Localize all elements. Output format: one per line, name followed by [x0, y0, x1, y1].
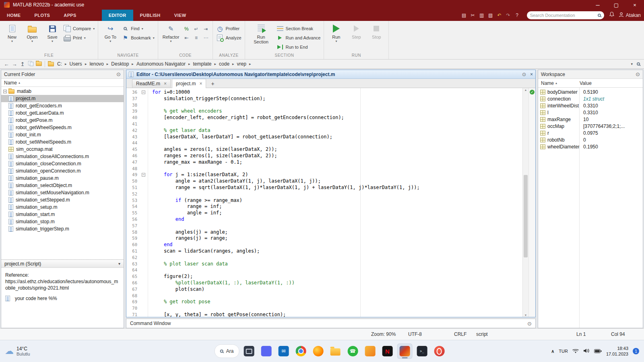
compare-button[interactable]: Compare▾ — [64, 25, 95, 32]
editor-scrollbar[interactable]: ▲ ▼ — [522, 88, 528, 317]
code-line[interactable]: 63 % plot laser scan data — [126, 261, 522, 267]
file-row[interactable]: simulation_openConnection.m — [1, 167, 124, 175]
file-row[interactable]: simulation_setStepped.m — [1, 196, 124, 204]
breadcrumb-item[interactable]: vrep — [236, 61, 247, 67]
volume-icon[interactable] — [583, 348, 590, 355]
code-line[interactable]: 46 ranges = zeros(1, size(laserDataX, 2)… — [126, 153, 522, 159]
code-line[interactable]: 41 — [126, 121, 522, 128]
run-and-advance-button[interactable]: Run and Advance — [277, 35, 321, 41]
file-row[interactable]: simulation_pause.m — [1, 175, 124, 182]
command-window-bar[interactable]: Command Window ⊙ — [126, 319, 536, 328]
weather-widget[interactable]: ☁ 14°C Bulutlu — [0, 346, 30, 356]
breadcrumb-item[interactable]: template — [192, 61, 212, 67]
breadcrumb-item[interactable]: Desktop — [110, 61, 130, 67]
ribbon-tab-plots[interactable]: PLOTS — [28, 10, 57, 21]
code-line[interactable]: 69 % get robot pose — [126, 299, 522, 305]
workspace-row[interactable]: robotNb0 — [538, 136, 643, 143]
battery-icon[interactable] — [594, 348, 602, 355]
ribbon-tab-publish[interactable]: PUBLISH — [133, 10, 167, 21]
file-row[interactable]: simulation_setup.m — [1, 204, 124, 211]
indent-right-icon[interactable]: ⇥ — [202, 26, 209, 32]
taskbar-app-netflix[interactable]: N — [380, 343, 395, 359]
run-button[interactable]: Run▾ — [327, 22, 345, 43]
file-row[interactable]: simulation_setMouseNavigation.m — [1, 189, 124, 196]
find-button[interactable]: Find▾ — [122, 25, 155, 32]
wifi-icon[interactable] — [572, 348, 579, 355]
code-line[interactable]: 51 range = sqrt(laserDataX(1, j)*laserDa… — [126, 185, 522, 191]
details-header[interactable]: project.m (Script) ▾ — [1, 259, 124, 268]
scroll-up-icon[interactable]: ▲ — [523, 88, 528, 91]
code-line[interactable]: 60 end — [126, 242, 522, 248]
wrap-icon[interactable]: ↵ — [192, 26, 200, 32]
workspace-row[interactable]: r0.0975 — [538, 130, 643, 136]
search-icon[interactable] — [598, 14, 601, 17]
tray-expand-icon[interactable]: ∧ — [551, 349, 554, 354]
new-folder-icon[interactable] — [35, 61, 43, 67]
taskbar-app-explorer[interactable] — [328, 343, 343, 359]
up-one-level-icon[interactable]: ↥ — [19, 61, 27, 67]
workspace-column-headers[interactable]: Name ▴ Value — [538, 79, 643, 88]
code-line[interactable]: 53 if (range >= range_max) — [126, 197, 522, 204]
search-folder-icon[interactable] — [637, 62, 640, 66]
file-row[interactable]: project.m — [1, 95, 124, 102]
run-section-button[interactable]: Run Section — [248, 22, 274, 44]
taskbar-app-opera[interactable] — [431, 343, 447, 359]
code-line[interactable]: 65 figure(2); — [126, 274, 522, 280]
help-icon[interactable]: ? — [513, 12, 521, 18]
code-line[interactable]: 40 [encoder_left, encoder_right] = robot… — [126, 115, 522, 121]
code-line[interactable]: 49− for j = 1:size(laserDataX, 2) — [126, 172, 522, 178]
editor-tab-project.m[interactable]: project.m× — [172, 79, 206, 88]
clock[interactable]: 18:43 17.01.2023 — [606, 346, 628, 357]
code-analyzer-ok-icon[interactable]: ✓ — [530, 90, 535, 95]
encoding[interactable]: UTF-8 — [408, 331, 422, 337]
code-line[interactable]: 56 end — [126, 216, 522, 223]
workspace-row[interactable]: maxRange10 — [538, 116, 643, 123]
breadcrumb-item[interactable]: lenovo — [89, 61, 104, 67]
command-window-menu-icon[interactable]: ⊙ — [527, 321, 532, 327]
ribbon-tab-apps[interactable]: APPS — [57, 10, 83, 21]
file-row[interactable]: robot_init.m — [1, 131, 124, 138]
code-line[interactable]: 52 — [126, 191, 522, 197]
taskbar-app-firefox[interactable] — [310, 343, 326, 359]
workspace-row[interactable]: occMap[3707764736;2;1;... — [538, 123, 643, 130]
workspace-row[interactable]: wheelDiameter0.1950 — [538, 143, 643, 150]
file-row[interactable]: robot_getLaserData.m — [1, 109, 124, 117]
code-line[interactable]: 38 — [126, 102, 522, 109]
taskbar-app-terminal[interactable]: >_ — [414, 343, 429, 359]
open-button[interactable]: Open▾ — [23, 22, 41, 43]
taskbar-app-store[interactable] — [362, 343, 378, 359]
workspace-row[interactable]: l0.3310 — [538, 109, 643, 116]
editor-tab-ReadME.m[interactable]: ReadME.m× — [132, 79, 171, 88]
panel-menu-icon[interactable]: ⊙ — [116, 71, 121, 77]
code-line[interactable]: 67 plot(scan) — [126, 286, 522, 293]
notification-badge[interactable]: 1 — [633, 348, 639, 354]
code-line[interactable]: 47 range_max = maxRange - 0.1; — [126, 159, 522, 166]
section-break-button[interactable]: Section Break — [277, 25, 321, 32]
file-row[interactable]: robot_getEncoders.m — [1, 102, 124, 109]
breadcrumb-item[interactable]: Autonomous Navigator — [136, 61, 186, 67]
analyze-button[interactable]: Analyze — [216, 35, 241, 41]
save-icon[interactable]: ▤ — [460, 12, 468, 18]
code-line[interactable]: 36−for i=0:10000 — [126, 89, 522, 96]
bookmark-button[interactable]: ⚑Bookmark▾ — [122, 35, 155, 41]
back-icon[interactable]: ← — [2, 61, 10, 67]
editor-close-icon[interactable]: × — [530, 72, 533, 77]
path-dropdown-icon[interactable]: ▾ — [631, 62, 633, 66]
taskbar-app-chrome[interactable] — [293, 343, 308, 359]
code-line[interactable]: 71 [x, y, theta] = robot_getPose(connect… — [126, 312, 522, 317]
code-line[interactable]: 44 — [126, 140, 522, 146]
code-line[interactable]: 66 %plot(laserDataX(1, :), laserDataY(1,… — [126, 280, 522, 286]
code-line[interactable]: 55 angle = inf; — [126, 210, 522, 216]
taskbar-app-discord[interactable] — [258, 343, 274, 359]
code-line[interactable]: 70 — [126, 305, 522, 312]
editor-menu-icon[interactable]: ⊙ — [522, 72, 526, 77]
code-line[interactable]: 59 ranges(j) = range; — [126, 235, 522, 242]
workspace-row[interactable]: bodyDiameter0.5190 — [538, 88, 643, 95]
file-row[interactable]: sim_occmap.mat — [1, 146, 124, 153]
cut-icon[interactable]: ✂ — [469, 12, 477, 18]
taskbar-app-matlab[interactable] — [397, 343, 412, 359]
file-list-header[interactable]: Name ▴ — [1, 79, 124, 87]
breadcrumb-item[interactable]: code — [218, 61, 230, 67]
file-row[interactable]: simulation_start.m — [1, 211, 124, 218]
fold-toggle-icon[interactable]: − — [142, 173, 145, 177]
